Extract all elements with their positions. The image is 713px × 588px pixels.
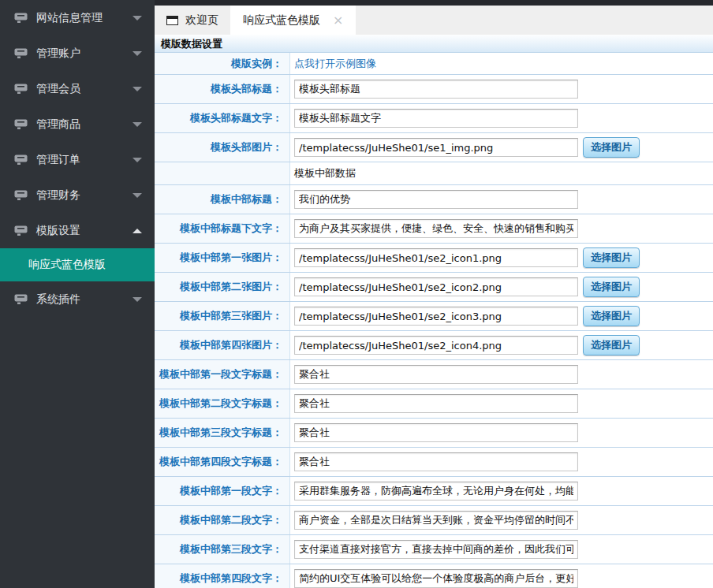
form-row: 模板头部标题文字： (155, 104, 713, 133)
sidebar-item-label: 系统插件 (36, 292, 133, 307)
text-input[interactable] (294, 569, 578, 588)
row-content: 选择图片 (290, 331, 713, 359)
text-input[interactable] (294, 423, 578, 442)
row-content: 选择图片 (290, 302, 713, 330)
choose-image-button[interactable]: 选择图片 (583, 335, 640, 355)
menu-monitor-icon (14, 294, 28, 304)
text-input[interactable] (294, 190, 578, 209)
row-content: 模板中部数据 (290, 162, 713, 184)
text-input[interactable] (294, 336, 578, 355)
sidebar-item[interactable]: 管理财务 (0, 177, 155, 213)
form-row: 模板中部第二张图片：选择图片 (155, 273, 713, 302)
menu-monitor-icon (14, 225, 28, 236)
sidebar-item[interactable]: 管理商品 (0, 106, 155, 142)
row-content (290, 535, 713, 564)
window-icon (166, 16, 178, 25)
row-content (290, 214, 713, 243)
row-content (290, 564, 713, 588)
text-input[interactable] (294, 482, 578, 501)
choose-image-button[interactable]: 选择图片 (583, 247, 640, 268)
sidebar-item-label: 管理账户 (36, 47, 133, 61)
choose-image-button[interactable]: 选择图片 (583, 137, 640, 158)
text-input[interactable] (294, 511, 578, 530)
row-label: 模板中部第三段文字标题： (155, 419, 290, 447)
form-row: 模板中部第四段文字标题： (155, 448, 713, 477)
chevron-down-icon (133, 158, 142, 162)
main-area: 欢迎页响应式蓝色模版× 模版数据设置 模版实例：点我打开示例图像模板头部标题：模… (155, 0, 713, 588)
sidebar-item[interactable]: 系统插件 (0, 281, 155, 317)
form-row: 模板头部图片：选择图片 (155, 133, 713, 162)
form-row: 模板中部第一张图片：选择图片 (155, 244, 713, 273)
row-content (290, 75, 713, 103)
text-input[interactable] (294, 80, 578, 99)
tab-active[interactable]: 响应式蓝色模版× (230, 6, 356, 35)
text-input[interactable] (294, 109, 578, 128)
chevron-down-icon (133, 193, 142, 198)
choose-image-button[interactable]: 选择图片 (583, 277, 640, 297)
form-row: 模板中部第一段文字： (155, 477, 713, 506)
close-icon[interactable]: × (333, 14, 343, 27)
text-input[interactable] (294, 219, 578, 238)
form-row: 模板头部标题： (155, 75, 713, 104)
row-label: 模板中部第四段文字： (155, 564, 290, 588)
menu-monitor-icon (14, 13, 28, 23)
row-label: 模板中部第三张图片： (155, 302, 290, 330)
sidebar-item[interactable]: 模版设置 (0, 213, 155, 248)
sidebar-item-label: 管理订单 (36, 153, 133, 167)
chevron-down-icon (133, 122, 142, 127)
row-content: 选择图片 (290, 244, 713, 272)
row-content (290, 506, 713, 534)
settings-form: 模版实例：点我打开示例图像模板头部标题：模板头部标题文字：模板头部图片：选择图片… (155, 53, 713, 588)
text-input[interactable] (294, 452, 578, 471)
row-label: 模板头部标题文字： (155, 104, 290, 132)
row-label: 模板头部标题： (155, 75, 290, 103)
text-input[interactable] (294, 394, 578, 413)
row-content (290, 360, 713, 389)
form-row: 模板中部第二段文字： (155, 506, 713, 535)
text-input[interactable] (294, 248, 578, 267)
tab[interactable]: 欢迎页 (155, 6, 230, 35)
form-row: 模板中部第二段文字标题： (155, 389, 713, 419)
example-image-link[interactable]: 点我打开示例图像 (294, 57, 376, 71)
menu-monitor-icon (14, 84, 28, 94)
form-row: 模板中部第三段文字： (155, 535, 713, 564)
sidebar-item-label: 管理会员 (36, 82, 133, 96)
row-label: 模板中部第二段文字： (155, 506, 290, 534)
row-label: 模板中部标题： (155, 185, 290, 214)
section-text: 模板中部数据 (294, 166, 356, 180)
row-label: 模板头部图片： (155, 133, 290, 162)
form-row: 模版实例：点我打开示例图像 (155, 53, 713, 75)
form-row: 模板中部标题下文字： (155, 214, 713, 244)
form-row: 模板中部第三张图片：选择图片 (155, 302, 713, 331)
panel-title: 模版数据设置 (155, 35, 713, 53)
row-content (290, 389, 713, 418)
chevron-down-icon (133, 51, 142, 56)
menu-monitor-icon (14, 154, 28, 165)
row-label: 模板中部第二段文字标题： (155, 389, 290, 418)
sidebar-subitem-active[interactable]: 响应式蓝色模版 (0, 248, 155, 281)
text-input[interactable] (294, 138, 578, 157)
text-input[interactable] (294, 365, 578, 384)
sidebar-item[interactable]: 管理会员 (0, 71, 155, 106)
sidebar-item-label: 管理商品 (36, 117, 133, 132)
chevron-down-icon (133, 16, 142, 20)
text-input[interactable] (294, 277, 578, 296)
choose-image-button[interactable]: 选择图片 (583, 306, 640, 326)
form-row: 模板中部数据 (155, 162, 713, 185)
row-label: 模板中部第二张图片： (155, 273, 290, 301)
top-strip (155, 0, 713, 6)
text-input[interactable] (294, 540, 578, 559)
sidebar: 网站信息管理管理账户管理会员管理商品管理订单管理财务模版设置响应式蓝色模版系统插… (0, 0, 155, 588)
text-input[interactable] (294, 307, 578, 326)
chevron-down-icon (133, 297, 142, 302)
sidebar-item[interactable]: 管理账户 (0, 35, 155, 71)
menu-monitor-icon (14, 190, 28, 200)
form-row: 模板中部第四张图片：选择图片 (155, 331, 713, 360)
form-row: 模板中部第四段文字： (155, 564, 713, 588)
form-row: 模板中部第一段文字标题： (155, 360, 713, 389)
form-row: 模板中部第三段文字标题： (155, 419, 713, 448)
row-content: 选择图片 (290, 133, 713, 162)
sidebar-item[interactable]: 管理订单 (0, 142, 155, 177)
form-row: 模板中部标题： (155, 185, 713, 214)
sidebar-item[interactable]: 网站信息管理 (0, 0, 155, 35)
